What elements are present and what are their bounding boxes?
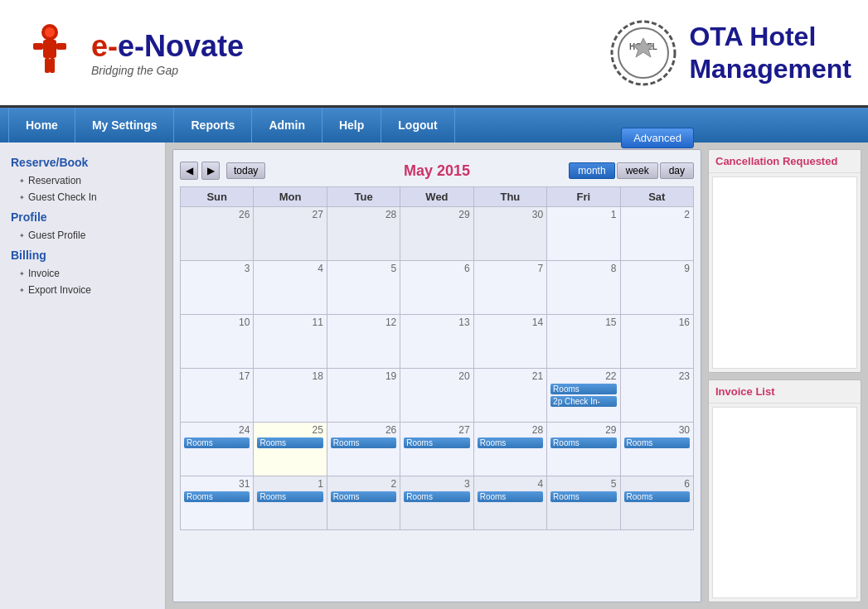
calendar-cell[interactable]: 14: [473, 315, 546, 369]
calendar-cell[interactable]: 13: [400, 315, 473, 369]
calendar-cell[interactable]: 6: [400, 261, 473, 315]
invoice-section: Invoice List: [708, 379, 861, 603]
calendar-event[interactable]: Rooms: [550, 437, 616, 448]
logo-area: e-e-Novate Bridging the Gap: [17, 20, 244, 86]
cal-prev-button[interactable]: ◀: [180, 162, 198, 180]
calendar-cell[interactable]: 6Rooms: [620, 476, 693, 530]
calendar-cell[interactable]: 18: [254, 369, 327, 423]
calendar-cell[interactable]: 30Rooms: [620, 423, 693, 476]
calendar-cell[interactable]: 17: [181, 369, 254, 423]
sidebar-item-reservation[interactable]: Reservation: [4, 172, 161, 189]
calendar-cell[interactable]: 27Rooms: [400, 423, 473, 476]
calendar-cell[interactable]: 2Rooms: [327, 476, 400, 530]
calendar-cell[interactable]: 15: [547, 315, 620, 369]
calendar-cell[interactable]: 26: [181, 207, 254, 261]
day-number: 16: [624, 317, 690, 328]
sidebar-item-guest-check-in[interactable]: Guest Check In: [4, 189, 161, 205]
calendar-cell[interactable]: 5: [327, 261, 400, 315]
calendar-event[interactable]: 2p Check In-: [550, 396, 616, 407]
cancellation-scroll[interactable]: [712, 176, 857, 369]
calendar-event[interactable]: Rooms: [184, 491, 250, 502]
calendar-grid: Sun Mon Tue Wed Thu Fri Sat 262728293012…: [180, 186, 694, 530]
day-number: 24: [184, 424, 250, 436]
sidebar-item-export-invoice[interactable]: Export Invoice: [4, 282, 161, 298]
calendar-cell[interactable]: 11: [254, 315, 327, 369]
calendar-cell[interactable]: 23: [620, 369, 693, 423]
calendar-cell[interactable]: 31Rooms: [181, 476, 254, 530]
calendar-event[interactable]: Rooms: [404, 437, 469, 448]
calendar-event[interactable]: Rooms: [478, 491, 543, 502]
calendar-cell[interactable]: 4Rooms: [473, 476, 546, 530]
calendar-cell[interactable]: 29: [400, 207, 473, 261]
calendar-cell[interactable]: 28Rooms: [473, 423, 546, 476]
today-button[interactable]: today: [226, 162, 265, 179]
calendar-cell[interactable]: 4: [254, 261, 327, 315]
calendar-event[interactable]: Rooms: [624, 491, 690, 502]
calendar-cell[interactable]: 8: [547, 261, 620, 315]
cal-next-button[interactable]: ▶: [201, 162, 220, 180]
sidebar-item-invoice[interactable]: Invoice: [4, 265, 161, 282]
day-number: 6: [404, 263, 469, 274]
calendar-cell[interactable]: 1Rooms: [254, 476, 327, 530]
view-day-button[interactable]: day: [660, 162, 694, 179]
calendar-event[interactable]: Rooms: [257, 491, 322, 502]
calendar-cell[interactable]: 24Rooms: [181, 423, 254, 476]
calendar-cell[interactable]: 12: [327, 315, 400, 369]
day-number: 5: [331, 263, 396, 274]
calendar-cell[interactable]: 10: [181, 315, 254, 369]
calendar-event[interactable]: Rooms: [478, 437, 543, 448]
nav-admin[interactable]: Admin: [252, 108, 322, 143]
calendar-cell[interactable]: 22Rooms2p Check In-: [547, 369, 620, 423]
calendar-cell[interactable]: 27: [254, 207, 327, 261]
calendar-cell[interactable]: 28: [327, 207, 400, 261]
calendar-cell[interactable]: 21: [473, 369, 546, 423]
calendar-event[interactable]: Rooms: [550, 384, 616, 394]
calendar-cell[interactable]: 19: [327, 369, 400, 423]
calendar-cell[interactable]: 5Rooms: [547, 476, 620, 530]
view-buttons: month week day: [569, 162, 694, 179]
calendar-event[interactable]: Rooms: [550, 491, 616, 502]
nav-help[interactable]: Help: [322, 108, 381, 143]
day-number: 1: [550, 209, 616, 220]
sidebar-section-reserve-book[interactable]: Reserve/Book: [4, 151, 161, 172]
day-number: 27: [404, 424, 469, 436]
calendar-title: May 2015: [404, 162, 470, 180]
calendar-cell[interactable]: 20: [400, 369, 473, 423]
view-week-button[interactable]: week: [617, 162, 658, 179]
day-number: 20: [404, 370, 469, 382]
nav-bar: Home My Settings Reports Admin Help Logo…: [0, 108, 868, 143]
calendar-cell[interactable]: 29Rooms: [547, 423, 620, 476]
calendar-event[interactable]: Rooms: [257, 437, 322, 448]
calendar-event[interactable]: Rooms: [624, 437, 690, 448]
logo-main: e-e-Novate: [91, 29, 244, 64]
nav-logout[interactable]: Logout: [381, 108, 454, 143]
calendar-event[interactable]: Rooms: [331, 491, 396, 502]
day-number: 14: [478, 317, 543, 328]
calendar-cell[interactable]: 26Rooms: [327, 423, 400, 476]
calendar-cell[interactable]: 9: [620, 261, 693, 315]
nav-home[interactable]: Home: [8, 108, 75, 143]
col-tue: Tue: [327, 187, 400, 207]
sidebar-section-billing[interactable]: Billing: [4, 244, 161, 265]
day-number: 19: [331, 370, 396, 382]
day-number: 29: [550, 424, 616, 436]
calendar-event[interactable]: Rooms: [404, 491, 469, 502]
calendar-cell[interactable]: 7: [473, 261, 546, 315]
calendar-cell[interactable]: 2: [620, 207, 693, 261]
view-month-button[interactable]: month: [569, 162, 614, 179]
calendar-cell[interactable]: 3Rooms: [400, 476, 473, 530]
advanced-button[interactable]: Advanced: [621, 128, 694, 148]
nav-my-settings[interactable]: My Settings: [75, 108, 175, 143]
sidebar-item-guest-profile[interactable]: Guest Profile: [4, 227, 161, 244]
sidebar-section-profile[interactable]: Profile: [4, 205, 161, 227]
calendar-cell[interactable]: 1: [547, 207, 620, 261]
nav-reports[interactable]: Reports: [174, 108, 252, 143]
calendar-cell[interactable]: 25Rooms: [254, 423, 327, 476]
calendar-event[interactable]: Rooms: [331, 437, 396, 448]
calendar-event[interactable]: Rooms: [184, 437, 250, 448]
invoice-scroll[interactable]: [712, 407, 857, 599]
day-number: 28: [478, 424, 543, 436]
calendar-cell[interactable]: 30: [473, 207, 546, 261]
calendar-cell[interactable]: 16: [620, 315, 693, 369]
calendar-cell[interactable]: 3: [181, 261, 254, 315]
